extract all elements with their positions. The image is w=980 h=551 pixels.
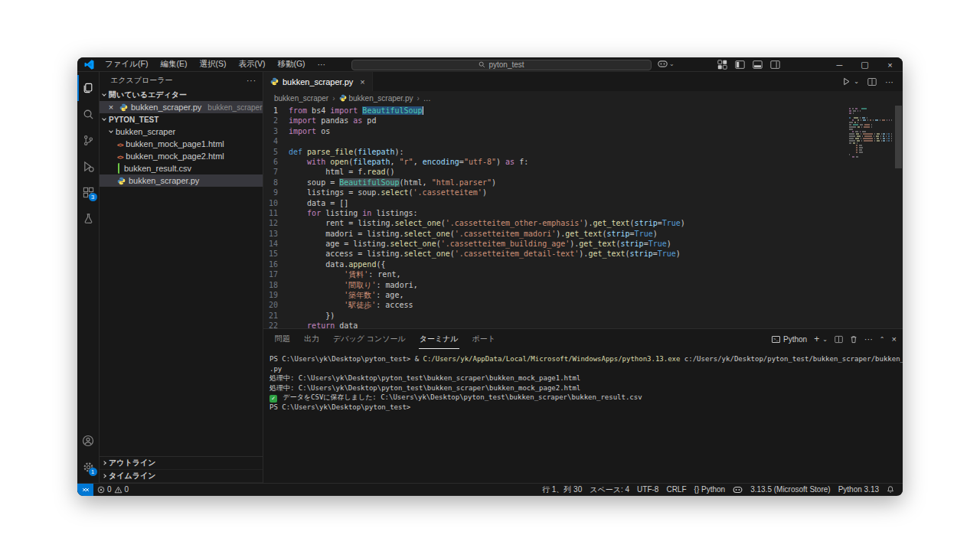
activitybar-testing[interactable]: [77, 205, 100, 231]
tree-item-bukken_scraper-py[interactable]: bukken_scraper.py: [100, 174, 263, 187]
editor-scrollbar[interactable]: [894, 106, 903, 328]
terminal-session[interactable]: >_ Python: [772, 335, 807, 344]
code-line-5[interactable]: 5def parse_file(filepath):: [263, 147, 903, 157]
code-editor[interactable]: 1from bs4 import BeautifulSoup2import pa…: [263, 106, 903, 328]
remote-indicator[interactable]: [77, 484, 93, 496]
terminal-dropdown-icon[interactable]: ⌄: [822, 336, 828, 343]
run-python-file-icon[interactable]: [842, 77, 851, 86]
tab-close-icon[interactable]: ×: [360, 77, 364, 86]
bottom-panel: 問題出力デバッグ コンソールターミナルポート >_ Python + ⌄ ···…: [263, 328, 903, 483]
code-line-20[interactable]: 20 '駅徒歩': access: [263, 300, 903, 310]
maximize-panel-icon[interactable]: ⌃: [880, 336, 885, 343]
explorer-more-actions[interactable]: ···: [247, 77, 256, 85]
tree-item-bukken_mock_page2-html[interactable]: <>bukken_mock_page2.html: [100, 150, 263, 162]
menu-[interactable]: ···: [312, 59, 332, 70]
panel-tab-ポート[interactable]: ポート: [472, 330, 496, 348]
close-panel-icon[interactable]: ×: [892, 334, 897, 344]
status-notifications[interactable]: [883, 485, 898, 494]
tree-item-bukken_scraper[interactable]: bukken_scraper: [100, 126, 263, 138]
split-editor-icon[interactable]: [867, 77, 877, 86]
code-line-8[interactable]: 8 soup = BeautifulSoup(html, "html.parse…: [263, 178, 903, 187]
terminal-icon: >_: [772, 336, 780, 343]
command-center[interactable]: pyton_test: [351, 60, 652, 70]
minimize-button[interactable]: ─: [827, 57, 852, 72]
breadcrumb-item[interactable]: …: [423, 94, 431, 103]
activitybar-search[interactable]: [77, 101, 100, 127]
minimap[interactable]: [849, 108, 893, 158]
breadcrumb-item[interactable]: bukken_scraper: [274, 94, 328, 103]
code-line-17[interactable]: 17 '賃料': rent,: [263, 269, 903, 279]
menu-f[interactable]: ファイル(F): [100, 58, 153, 70]
code-line-15[interactable]: 15 access = listing.select_one('.cassett…: [263, 249, 903, 259]
panel-tab-出力[interactable]: 出力: [303, 330, 320, 348]
activitybar-run-debug[interactable]: [77, 153, 100, 179]
terminal-output[interactable]: PS C:\Users\yk\Desktop\pyton_test> & C:/…: [263, 349, 903, 483]
code-line-10[interactable]: 10 data = []: [263, 198, 903, 208]
status-encoding[interactable]: UTF-8: [633, 485, 662, 494]
menu-g[interactable]: 移動(G): [272, 58, 310, 70]
status-python-env[interactable]: Python 3.13: [835, 485, 883, 494]
workspace-root[interactable]: PYTON_TEST: [100, 113, 263, 126]
status-indentation[interactable]: スペース: 4: [586, 484, 633, 495]
activitybar-explorer[interactable]: [77, 75, 100, 101]
tree-item-bukken_result-csv[interactable]: bukken_result.csv: [100, 162, 263, 174]
activitybar-extensions[interactable]: 3: [77, 179, 100, 205]
copilot-button[interactable]: ⌄: [658, 60, 675, 68]
problems-status[interactable]: 0 0: [93, 485, 132, 494]
code-text: access = listing.select_one('.cassetteit…: [289, 249, 681, 259]
section-アウトライン[interactable]: アウトライン: [100, 457, 263, 470]
panel-tab-問題[interactable]: 問題: [274, 330, 291, 348]
code-line-6[interactable]: 6 with open(filepath, "r", encoding="utf…: [263, 157, 903, 167]
activitybar-source-control[interactable]: [77, 127, 100, 153]
code-line-13[interactable]: 13 madori = listing.select_one('.cassett…: [263, 229, 903, 239]
explorer-sidebar: エクスプローラー ··· 開いているエディター ×bukken_scraper.…: [100, 72, 263, 483]
status-python-version[interactable]: 3.13.5 (Microsoft Store): [746, 485, 834, 494]
code-line-3[interactable]: 3import os: [263, 126, 903, 136]
new-terminal-icon[interactable]: +: [814, 334, 819, 344]
tree-item-bukken_mock_page1-html[interactable]: <>bukken_mock_page1.html: [100, 138, 263, 150]
code-line-22[interactable]: 22 return data: [263, 321, 903, 328]
status-language-mode[interactable]: {} Python: [691, 485, 730, 494]
close-editor-icon[interactable]: ×: [106, 103, 116, 112]
code-line-7[interactable]: 7 html = f.read(): [263, 167, 903, 177]
tab-bukken-scraper-py[interactable]: bukken_scraper.py ×: [263, 72, 373, 91]
code-line-1[interactable]: 1from bs4 import BeautifulSoup: [263, 106, 903, 116]
activitybar-accounts[interactable]: [77, 428, 100, 454]
menu-s[interactable]: 選択(S): [194, 58, 231, 70]
code-line-21[interactable]: 21 }): [263, 311, 903, 321]
customize-layout-icon[interactable]: [717, 60, 727, 70]
status-cursor-position[interactable]: 行 1、列 30: [538, 484, 586, 495]
run-dropdown-icon[interactable]: ⌄: [854, 78, 859, 85]
toggle-secondary-sidebar-icon[interactable]: [770, 60, 780, 70]
maximize-button[interactable]: ▢: [852, 57, 877, 72]
code-line-19[interactable]: 19 '築年数': age,: [263, 290, 903, 300]
breadcrumb-item[interactable]: bukken_scraper.py: [339, 94, 413, 103]
code-line-4[interactable]: 4: [263, 136, 903, 146]
toggle-sidebar-icon[interactable]: [735, 60, 745, 70]
code-line-12[interactable]: 12 rent = listing.select_one('.cassettei…: [263, 218, 903, 228]
status-copilot-status[interactable]: [729, 486, 746, 494]
open-editor-row[interactable]: ×bukken_scraper.pybukken_scraper: [100, 101, 263, 113]
panel-tab-ターミナル[interactable]: ターミナル: [419, 330, 459, 349]
section-タイムライン[interactable]: タイムライン: [100, 470, 263, 483]
close-button[interactable]: ×: [877, 57, 903, 72]
toggle-panel-icon[interactable]: [753, 60, 763, 70]
code-line-16[interactable]: 16 data.append({: [263, 259, 903, 269]
code-line-14[interactable]: 14 age = listing.select_one('.cassetteit…: [263, 239, 903, 249]
activitybar-settings[interactable]: 1: [77, 454, 100, 480]
panel-tab-デバッグ コンソール[interactable]: デバッグ コンソール: [332, 330, 407, 348]
menu-v[interactable]: 表示(V): [233, 58, 270, 70]
open-editors-section[interactable]: 開いているエディター: [100, 89, 263, 101]
status-eol[interactable]: CRLF: [662, 485, 690, 494]
line-number: 18: [263, 280, 289, 290]
menu-e[interactable]: 編集(E): [155, 58, 192, 70]
code-line-2[interactable]: 2import pandas as pd: [263, 116, 903, 126]
code-text: html = f.read(): [289, 167, 395, 177]
code-line-9[interactable]: 9 listings = soup.select('.cassetteitem'…: [263, 187, 903, 197]
split-terminal-icon[interactable]: [835, 335, 843, 344]
code-line-11[interactable]: 11 for listing in listings:: [263, 208, 903, 218]
more-actions-icon[interactable]: ···: [885, 77, 893, 86]
panel-more-icon[interactable]: ···: [864, 334, 873, 344]
code-line-18[interactable]: 18 '間取り': madori,: [263, 280, 903, 290]
kill-terminal-icon[interactable]: [850, 335, 858, 344]
